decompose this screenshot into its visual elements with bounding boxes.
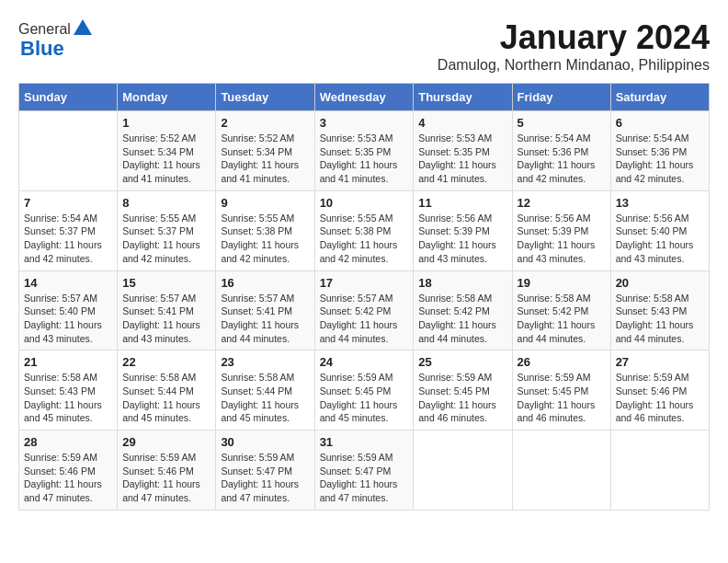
day-number: 31 [320, 435, 409, 449]
day-info: Sunrise: 5:58 AM Sunset: 5:44 PM Dayligh… [221, 371, 309, 425]
day-number: 15 [122, 276, 210, 290]
day-cell: 17Sunrise: 5:57 AM Sunset: 5:42 PM Dayli… [314, 270, 414, 350]
logo-blue-text: Blue [20, 37, 64, 61]
day-number: 29 [122, 435, 210, 449]
day-cell: 23Sunrise: 5:58 AM Sunset: 5:44 PM Dayli… [216, 350, 314, 431]
day-info: Sunrise: 5:57 AM Sunset: 5:42 PM Dayligh… [320, 292, 409, 346]
header-day-thursday: Thursday [414, 84, 512, 111]
day-info: Sunrise: 5:58 AM Sunset: 5:42 PM Dayligh… [518, 292, 606, 346]
header-day-friday: Friday [512, 84, 610, 111]
day-info: Sunrise: 5:59 AM Sunset: 5:46 PM Dayligh… [122, 451, 210, 505]
day-cell: 21Sunrise: 5:58 AM Sunset: 5:43 PM Dayli… [19, 350, 118, 431]
calendar-header: SundayMondayTuesdayWednesdayThursdayFrid… [19, 84, 710, 111]
day-info: Sunrise: 5:54 AM Sunset: 5:36 PM Dayligh… [616, 132, 704, 186]
day-cell: 31Sunrise: 5:59 AM Sunset: 5:47 PM Dayli… [314, 431, 414, 511]
day-info: Sunrise: 5:53 AM Sunset: 5:35 PM Dayligh… [320, 132, 409, 186]
day-cell: 27Sunrise: 5:59 AM Sunset: 5:46 PM Dayli… [610, 350, 709, 431]
day-number: 2 [221, 116, 309, 130]
calendar-body: 1Sunrise: 5:52 AM Sunset: 5:34 PM Daylig… [19, 111, 710, 511]
day-cell [610, 431, 709, 511]
day-info: Sunrise: 5:56 AM Sunset: 5:40 PM Dayligh… [616, 212, 704, 266]
day-info: Sunrise: 5:57 AM Sunset: 5:41 PM Dayligh… [221, 292, 309, 346]
day-cell: 9Sunrise: 5:55 AM Sunset: 5:38 PM Daylig… [216, 190, 314, 270]
day-cell [19, 111, 118, 191]
day-cell: 16Sunrise: 5:57 AM Sunset: 5:41 PM Dayli… [216, 270, 314, 350]
day-number: 5 [518, 116, 606, 130]
week-row-5: 28Sunrise: 5:59 AM Sunset: 5:46 PM Dayli… [19, 431, 710, 511]
day-number: 26 [518, 355, 606, 369]
day-cell: 11Sunrise: 5:56 AM Sunset: 5:39 PM Dayli… [414, 190, 512, 270]
day-cell: 26Sunrise: 5:59 AM Sunset: 5:45 PM Dayli… [512, 350, 610, 431]
day-number: 30 [221, 435, 309, 449]
logo: General Blue [18, 18, 93, 61]
day-info: Sunrise: 5:54 AM Sunset: 5:36 PM Dayligh… [518, 132, 606, 186]
day-info: Sunrise: 5:54 AM Sunset: 5:37 PM Dayligh… [24, 212, 112, 266]
day-cell: 30Sunrise: 5:59 AM Sunset: 5:47 PM Dayli… [216, 431, 314, 511]
day-cell: 29Sunrise: 5:59 AM Sunset: 5:46 PM Dayli… [118, 431, 216, 511]
day-cell: 4Sunrise: 5:53 AM Sunset: 5:35 PM Daylig… [414, 111, 512, 191]
day-info: Sunrise: 5:56 AM Sunset: 5:39 PM Dayligh… [418, 212, 506, 266]
day-number: 27 [616, 355, 704, 369]
day-number: 17 [320, 276, 409, 290]
header-day-tuesday: Tuesday [216, 84, 314, 111]
main-title: January 2024 [438, 18, 710, 57]
day-info: Sunrise: 5:58 AM Sunset: 5:43 PM Dayligh… [616, 292, 704, 346]
day-info: Sunrise: 5:59 AM Sunset: 5:45 PM Dayligh… [518, 371, 606, 425]
day-info: Sunrise: 5:53 AM Sunset: 5:35 PM Dayligh… [418, 132, 506, 186]
day-cell: 20Sunrise: 5:58 AM Sunset: 5:43 PM Dayli… [610, 270, 709, 350]
day-cell: 2Sunrise: 5:52 AM Sunset: 5:34 PM Daylig… [216, 111, 314, 191]
day-number: 12 [518, 196, 606, 210]
day-cell: 14Sunrise: 5:57 AM Sunset: 5:40 PM Dayli… [19, 270, 118, 350]
day-cell: 6Sunrise: 5:54 AM Sunset: 5:36 PM Daylig… [610, 111, 709, 191]
day-info: Sunrise: 5:55 AM Sunset: 5:38 PM Dayligh… [320, 212, 409, 266]
day-number: 9 [221, 196, 309, 210]
day-info: Sunrise: 5:59 AM Sunset: 5:47 PM Dayligh… [320, 451, 409, 505]
day-info: Sunrise: 5:56 AM Sunset: 5:39 PM Dayligh… [518, 212, 606, 266]
day-cell: 3Sunrise: 5:53 AM Sunset: 5:35 PM Daylig… [314, 111, 414, 191]
day-cell: 28Sunrise: 5:59 AM Sunset: 5:46 PM Dayli… [19, 431, 118, 511]
day-info: Sunrise: 5:52 AM Sunset: 5:34 PM Dayligh… [221, 132, 309, 186]
day-cell: 22Sunrise: 5:58 AM Sunset: 5:44 PM Dayli… [118, 350, 216, 431]
day-cell: 15Sunrise: 5:57 AM Sunset: 5:41 PM Dayli… [118, 270, 216, 350]
day-cell: 7Sunrise: 5:54 AM Sunset: 5:37 PM Daylig… [19, 190, 118, 270]
day-cell [512, 431, 610, 511]
day-cell: 1Sunrise: 5:52 AM Sunset: 5:34 PM Daylig… [118, 111, 216, 191]
day-cell [414, 431, 512, 511]
logo-general-text: General [18, 21, 71, 38]
week-row-2: 7Sunrise: 5:54 AM Sunset: 5:37 PM Daylig… [19, 190, 710, 270]
day-number: 23 [221, 355, 309, 369]
day-cell: 13Sunrise: 5:56 AM Sunset: 5:40 PM Dayli… [610, 190, 709, 270]
day-cell: 10Sunrise: 5:55 AM Sunset: 5:38 PM Dayli… [314, 190, 414, 270]
day-number: 8 [122, 196, 210, 210]
day-info: Sunrise: 5:59 AM Sunset: 5:46 PM Dayligh… [24, 451, 112, 505]
day-number: 18 [418, 276, 506, 290]
day-number: 22 [122, 355, 210, 369]
day-number: 16 [221, 276, 309, 290]
header: General Blue January 2024 Damulog, North… [18, 18, 710, 74]
day-number: 3 [320, 116, 409, 130]
day-number: 25 [418, 355, 506, 369]
day-number: 28 [24, 435, 112, 449]
day-info: Sunrise: 5:58 AM Sunset: 5:43 PM Dayligh… [24, 371, 112, 425]
week-row-3: 14Sunrise: 5:57 AM Sunset: 5:40 PM Dayli… [19, 270, 710, 350]
day-number: 19 [518, 276, 606, 290]
day-info: Sunrise: 5:57 AM Sunset: 5:40 PM Dayligh… [24, 292, 112, 346]
day-info: Sunrise: 5:58 AM Sunset: 5:44 PM Dayligh… [122, 371, 210, 425]
day-cell: 12Sunrise: 5:56 AM Sunset: 5:39 PM Dayli… [512, 190, 610, 270]
subtitle: Damulog, Northern Mindanao, Philippines [438, 57, 710, 74]
week-row-4: 21Sunrise: 5:58 AM Sunset: 5:43 PM Dayli… [19, 350, 710, 431]
day-cell: 25Sunrise: 5:59 AM Sunset: 5:45 PM Dayli… [414, 350, 512, 431]
day-cell: 5Sunrise: 5:54 AM Sunset: 5:36 PM Daylig… [512, 111, 610, 191]
logo-triangle-icon [73, 18, 93, 37]
day-info: Sunrise: 5:59 AM Sunset: 5:45 PM Dayligh… [320, 371, 409, 425]
day-cell: 8Sunrise: 5:55 AM Sunset: 5:37 PM Daylig… [118, 190, 216, 270]
svg-marker-0 [74, 19, 92, 35]
header-day-saturday: Saturday [610, 84, 709, 111]
day-number: 6 [616, 116, 704, 130]
calendar-table: SundayMondayTuesdayWednesdayThursdayFrid… [18, 83, 710, 511]
day-info: Sunrise: 5:59 AM Sunset: 5:46 PM Dayligh… [616, 371, 704, 425]
day-number: 7 [24, 196, 112, 210]
day-cell: 24Sunrise: 5:59 AM Sunset: 5:45 PM Dayli… [314, 350, 414, 431]
header-day-wednesday: Wednesday [314, 84, 414, 111]
day-info: Sunrise: 5:58 AM Sunset: 5:42 PM Dayligh… [418, 292, 506, 346]
